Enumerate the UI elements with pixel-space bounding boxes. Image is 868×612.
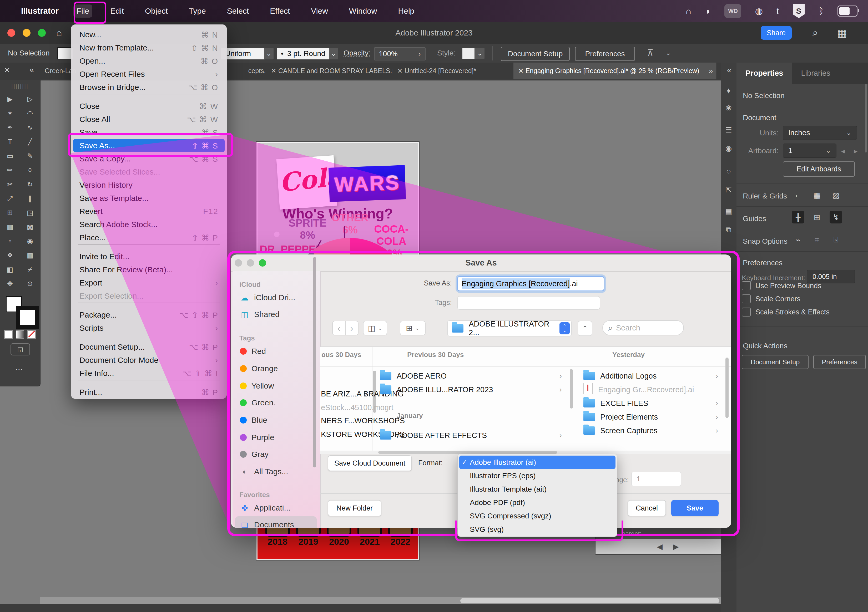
- checkbox[interactable]: [742, 294, 751, 303]
- location-stepper-icon[interactable]: ⌃⌄: [560, 322, 570, 334]
- file-menu-place[interactable]: Place... ⇧ ⌘ P: [73, 231, 225, 244]
- file-row[interactable]: KSTORE WORKSHOPS›: [321, 427, 371, 441]
- panel-gradient-icon[interactable]: ◉: [721, 144, 736, 153]
- file-menu-scripts[interactable]: Scripts ›: [73, 321, 225, 335]
- file-menu-save-as-template[interactable]: Save as Template...: [73, 192, 225, 205]
- panel-drag-handle[interactable]: ⋮⋮⋮⋮⋮: [3, 47, 5, 60]
- teams-icon[interactable]: t: [777, 6, 779, 16]
- menu-type[interactable]: Type: [186, 5, 209, 18]
- panel-layers-icon[interactable]: ▤: [721, 207, 736, 216]
- file-row[interactable]: Engaging Gr...Recovered].ai: [583, 383, 722, 396]
- previous-artboard-icon[interactable]: ◂: [841, 147, 845, 155]
- menu-effect[interactable]: Effect: [267, 5, 293, 18]
- snap-grid-icon[interactable]: ⌗: [811, 233, 823, 246]
- separator[interactable]: [78, 94, 220, 100]
- folder-row[interactable]: Screen Captures›: [583, 424, 722, 437]
- menu-help[interactable]: Help: [395, 5, 418, 18]
- align-chevron-icon[interactable]: ⌄: [665, 49, 671, 57]
- separator[interactable]: [78, 303, 220, 308]
- magic-wand-tool[interactable]: ✶: [0, 106, 20, 121]
- document-tab[interactable]: ✕ Engaging Graphics [Recovered].ai* @ 25…: [513, 62, 717, 79]
- zoom-dialog-button[interactable]: [259, 259, 266, 267]
- fill-swatch[interactable]: [57, 47, 73, 59]
- show-guides-icon[interactable]: ╂: [792, 211, 804, 223]
- scale-strokes-effects-checkbox[interactable]: Scale Strokes & Effects: [742, 308, 829, 317]
- lock-guides-icon[interactable]: ⊞: [811, 211, 823, 223]
- scale-corners-checkbox[interactable]: Scale Corners: [742, 294, 800, 303]
- search-icon[interactable]: ⌕: [812, 27, 818, 39]
- file-menu-export-selection[interactable]: Export Selection...: [73, 289, 225, 303]
- file-row[interactable]: NERS F...WORKSHOPS›: [321, 414, 371, 427]
- opacity-input[interactable]: 100%: [374, 47, 419, 60]
- file-menu-export[interactable]: Export ›: [73, 276, 225, 289]
- search-input[interactable]: ⌕ Search: [602, 320, 684, 335]
- brush-select[interactable]: • 3 pt. Round: [277, 48, 332, 59]
- format-svg-compressed[interactable]: SVG Compressed (svgz): [459, 509, 615, 522]
- sidebar-tag-green[interactable]: Green.: [232, 396, 320, 410]
- none-mode-icon[interactable]: [27, 330, 36, 338]
- sidebar-shared[interactable]: ◫ Shared: [232, 307, 320, 322]
- sidebar-header-favorites[interactable]: Favorites: [232, 487, 320, 502]
- column-scrollbar-thumb[interactable]: [570, 369, 573, 408]
- folder-row[interactable]: Additional Logos›: [583, 369, 722, 383]
- file-menu-document-setup[interactable]: Document Setup... ⌥ ⌘ P: [73, 340, 225, 354]
- snap-pixel-icon[interactable]: ⌻: [829, 233, 842, 246]
- file-menu-version-history[interactable]: Version History: [73, 178, 225, 192]
- sidebar-scrollbar-thumb[interactable]: [313, 257, 316, 467]
- format-adobe-pdf[interactable]: Adobe PDF (pdf): [459, 496, 615, 509]
- folder-row[interactable]: ADOBE ILLU...RATOR 2023›: [380, 383, 566, 396]
- lasso-tool[interactable]: ◠: [20, 106, 40, 121]
- pen-tool[interactable]: ✒: [0, 121, 20, 134]
- menu-file[interactable]: File: [73, 5, 92, 18]
- sidebar-tag-blue[interactable]: Blue: [232, 413, 320, 427]
- minimize-dialog-button[interactable]: [247, 259, 254, 267]
- file-menu-file-info[interactable]: File Info... ⌥ ⇧ ⌘ I: [73, 367, 225, 380]
- file-row[interactable]: BE ARIZ...A BRANDING›: [321, 387, 371, 401]
- save-button[interactable]: Save: [671, 500, 719, 516]
- selection-tool[interactable]: ▶: [0, 92, 20, 106]
- color-mode-icon[interactable]: [4, 330, 12, 338]
- battery-icon[interactable]: [837, 6, 857, 17]
- file-menu-print[interactable]: Print... ⌘ P: [73, 386, 225, 399]
- sidebar-tag-orange[interactable]: Orange: [232, 361, 320, 376]
- rev-icon[interactable]: ◗: [705, 6, 711, 16]
- file-menu-open[interactable]: Open... ⌘ O: [73, 54, 225, 68]
- checkbox[interactable]: [742, 281, 751, 290]
- panel-drag-dots[interactable]: ||||||||: [0, 83, 40, 90]
- panel-transparency-icon[interactable]: ◌: [721, 167, 736, 176]
- location-select[interactable]: ADOBE ILLUSTRATOR 2... ⌃⌄: [447, 320, 572, 337]
- menu-window[interactable]: Window: [346, 5, 380, 18]
- smart-guides-icon[interactable]: ↯: [829, 211, 842, 223]
- stroke-profile-chevron-icon[interactable]: ⌄: [264, 48, 274, 59]
- zoom-tool[interactable]: ⊙: [20, 277, 40, 291]
- ruler-icon[interactable]: ⌐: [792, 189, 804, 201]
- menu-view[interactable]: View: [308, 5, 331, 18]
- sidebar-tag-yellow[interactable]: Yellow: [232, 379, 320, 393]
- format-illustrator-eps[interactable]: Illustrator EPS (eps): [459, 469, 615, 482]
- workspace-switcher-icon[interactable]: ▦: [837, 27, 847, 39]
- opacity-stepper-icon[interactable]: ›: [414, 47, 426, 60]
- panel-color-icon[interactable]: ✦: [721, 87, 736, 96]
- draw-mode-icon[interactable]: ◱: [11, 343, 30, 355]
- use-preview-bounds-checkbox[interactable]: Use Preview Bounds: [742, 281, 822, 290]
- app-menu-illustrator[interactable]: Illustrator: [21, 6, 59, 16]
- free-transform-tool[interactable]: ⊞: [0, 206, 20, 220]
- file-menu-revert[interactable]: Revert F12: [73, 205, 225, 218]
- file-menu-new[interactable]: New... ⌘ N: [73, 28, 225, 41]
- column-graph-tool[interactable]: ▥: [20, 248, 40, 262]
- pencil-tool[interactable]: ✏: [0, 163, 20, 177]
- artboard-select[interactable]: 1⌄: [783, 144, 837, 158]
- back-button[interactable]: ‹: [332, 321, 346, 335]
- sidebar-all-tags[interactable]: ◐ All Tags...: [232, 464, 320, 479]
- tab-overflow-icon[interactable]: »: [708, 66, 713, 75]
- folder-row[interactable]: ADOBE AFTER EFFECTS›: [380, 428, 566, 442]
- scissors-tool[interactable]: ✂: [0, 177, 20, 192]
- checkbox[interactable]: [742, 308, 751, 317]
- file-menu-browse-bridge[interactable]: Browse in Bridge... ⌥ ⌘ O: [73, 81, 225, 94]
- sidebar-icloud-drive[interactable]: ☁ iCloud Dri...: [232, 290, 320, 305]
- gradient-mode-icon[interactable]: [16, 330, 24, 338]
- line-segment-tool[interactable]: ╱: [20, 134, 40, 149]
- quick-action-document-setup-button[interactable]: Document Setup: [742, 355, 809, 369]
- rotate-tool[interactable]: ↻: [20, 177, 40, 192]
- file-menu-share-for-review[interactable]: Share For Review (Beta)...: [73, 263, 225, 276]
